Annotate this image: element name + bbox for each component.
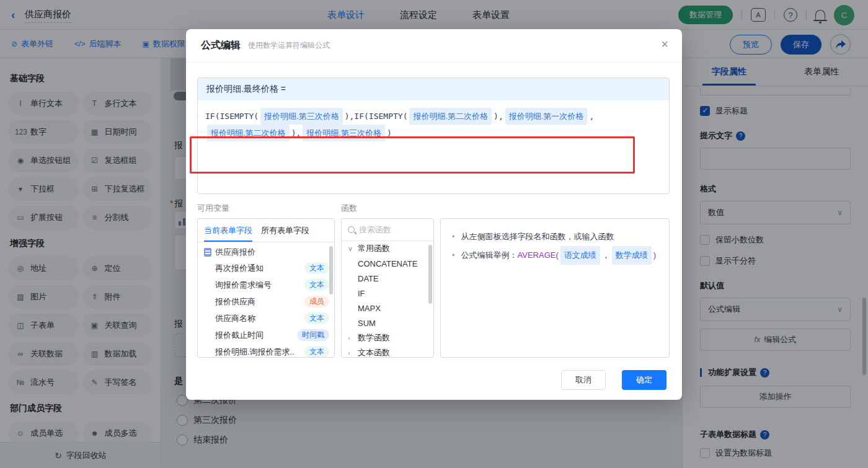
- form-icon: [204, 248, 211, 257]
- function-group-label: 数学函数: [358, 332, 390, 343]
- formula-text: ),IF(ISEMPTY(: [345, 112, 408, 121]
- formula-text: ,: [589, 112, 594, 121]
- chevron-right-icon: ›: [348, 349, 354, 356]
- variable-row[interactable]: 询报价需求编号文本: [198, 276, 334, 293]
- formula-edit-modal: 公式编辑 使用数学运算符编辑公式 × 报价明细.最终价格 = IF(ISEMPT…: [186, 29, 682, 400]
- formula-field-chip[interactable]: 报价明细.第二次价格: [207, 125, 290, 141]
- modal-subtitle: 使用数学运算符编辑公式: [248, 40, 330, 51]
- variable-row[interactable]: 报价明细.询报价需求...文本: [198, 343, 334, 358]
- variables-section-label: 可用变量: [197, 203, 341, 214]
- variable-label: 询报价需求编号: [215, 280, 272, 291]
- search-icon: [348, 226, 355, 233]
- function-item[interactable]: DATE: [342, 271, 433, 286]
- formula-editor[interactable]: 报价明细.最终价格 = IF(ISEMPTY(报价明细.第三次价格),IF(IS…: [197, 77, 670, 194]
- formula-field-chip[interactable]: 报价明细.第三次价格: [260, 108, 343, 125]
- modal-title: 公式编辑: [201, 39, 241, 52]
- function-item[interactable]: IF: [342, 286, 433, 301]
- hint-panel: • 从左侧面板选择字段名和函数，或输入函数 • 公式编辑举例：AVERAGE(语…: [440, 218, 670, 358]
- formula-code-area[interactable]: IF(ISEMPTY(报价明细.第三次价格),IF(ISEMPTY(报价明细.第…: [198, 100, 632, 193]
- functions-section-label: 函数: [341, 203, 440, 214]
- function-group-label: 文本函数: [358, 347, 390, 358]
- formula-text: ),: [494, 112, 503, 121]
- variable-label: 报价供应商: [215, 296, 255, 307]
- variables-tab[interactable]: 当前表单字段: [204, 219, 252, 242]
- variable-type-badge: 成员: [304, 296, 329, 307]
- close-icon[interactable]: ×: [661, 38, 668, 50]
- search-placeholder: 搜索函数: [359, 224, 391, 236]
- variable-type-badge: 文本: [304, 262, 329, 274]
- variable-type-badge: 文本: [304, 346, 329, 358]
- variables-tab[interactable]: 所有表单字段: [261, 219, 309, 242]
- function-group[interactable]: ›数学函数: [342, 330, 433, 345]
- chevron-right-icon: ›: [348, 334, 354, 342]
- variable-row[interactable]: 再次报价通知文本: [198, 260, 334, 276]
- variable-row[interactable]: 报价截止时间时间戳: [198, 327, 334, 343]
- function-group[interactable]: ∨常用函数: [342, 241, 433, 256]
- average-fn: AVERAGE(: [518, 250, 559, 260]
- variable-type-badge: 时间戳: [297, 329, 329, 341]
- bullet: •: [452, 246, 455, 265]
- formula-text: IF(ISEMPTY(: [205, 112, 259, 121]
- variable-row[interactable]: 供应商名称文本: [198, 310, 334, 327]
- example-field-chip: 数学成绩: [612, 246, 652, 265]
- example-field-chip: 语文成绩: [560, 246, 600, 265]
- hint-line-2: • 公式编辑举例：AVERAGE(语文成绩，数学成绩): [452, 246, 658, 265]
- variable-row[interactable]: 报价供应商成员: [198, 293, 334, 310]
- functions-scrollbar[interactable]: [428, 245, 432, 304]
- formula-target: 报价明细.最终价格 =: [198, 78, 669, 100]
- bullet: •: [452, 227, 455, 246]
- function-group-label: 常用函数: [358, 243, 390, 254]
- variable-label: 再次报价通知: [215, 263, 264, 274]
- variables-scrollbar[interactable]: [329, 246, 333, 294]
- modal-header: 公式编辑 使用数学运算符编辑公式 ×: [186, 29, 682, 63]
- variable-type-badge: 文本: [304, 279, 329, 291]
- formula-text: ),: [291, 128, 301, 138]
- hint-line-1: • 从左侧面板选择字段名和函数，或输入函数: [452, 227, 658, 246]
- variable-label: 报价明细.询报价需求...: [215, 347, 294, 358]
- function-search[interactable]: 搜索函数: [342, 219, 433, 241]
- chevron-down-icon: ∨: [348, 245, 354, 253]
- function-item[interactable]: SUM: [342, 316, 433, 330]
- formula-field-chip[interactable]: 报价明细.第三次价格: [303, 125, 385, 141]
- confirm-button[interactable]: 确定: [622, 370, 666, 390]
- function-group[interactable]: ›文本函数: [342, 345, 433, 358]
- function-item[interactable]: MAPX: [342, 301, 433, 316]
- function-item[interactable]: CONCATENATE: [342, 256, 433, 271]
- functions-panel: 搜索函数 ∨常用函数CONCATENATEDATEIFMAPXSUM›数学函数›…: [341, 218, 434, 358]
- formula-field-chip[interactable]: 报价明细.第一次价格: [505, 108, 588, 125]
- cancel-button[interactable]: 取消: [561, 370, 606, 390]
- form-name: 供应商报价: [215, 247, 255, 258]
- formula-text: ): [387, 128, 392, 138]
- variable-label: 报价截止时间: [215, 330, 264, 341]
- formula-field-chip[interactable]: 报价明细.第二次价格: [409, 108, 492, 125]
- form-tree-root[interactable]: 供应商报价: [198, 242, 334, 260]
- variable-type-badge: 文本: [304, 312, 329, 324]
- variable-label: 供应商名称: [215, 313, 255, 324]
- variables-panel: 当前表单字段所有表单字段 供应商报价 再次报价通知文本询报价需求编号文本报价供应…: [197, 218, 335, 358]
